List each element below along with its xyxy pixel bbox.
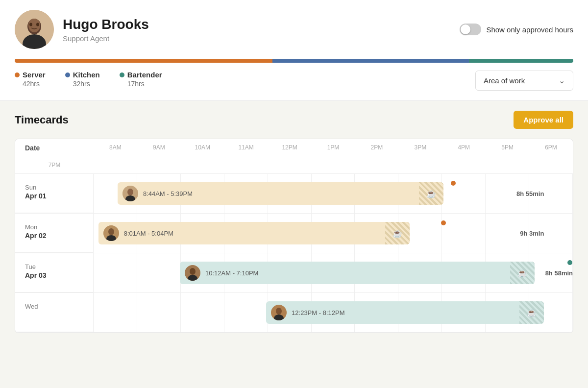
kitchen-dot [65,73,70,77]
time-4pm: 4PM [442,139,486,157]
table-row: Sun Apr 01 [15,174,573,214]
timeline-tue: 10:12AM - 7:10PM ☕ 8h 58min [94,253,573,292]
profile-info: Hugo Brooks Support Agent [63,17,149,43]
approved-hours-toggle[interactable] [460,24,481,35]
shift-bar[interactable]: 10:12AM - 7:10PM ☕ [180,262,535,284]
approve-all-button[interactable]: Approve all [514,111,573,129]
shift-bar[interactable]: 8:44AM - 5:39PM ☕ [118,182,443,205]
day-label: Mon [25,223,83,231]
overtime-dot [441,220,446,225]
stat-server: Server 42hrs [15,71,46,88]
hours-badge: 8h 55min [516,190,544,197]
svg-point-13 [190,268,196,275]
day-label: Sun [25,184,83,191]
profile-left: Hugo Brooks Support Agent [15,10,149,49]
bartender-dot [120,73,124,77]
shift-bar[interactable]: 12:23PM - 8:12PM ☕ [266,301,544,324]
time-labels-row: Date 8AM 9AM 10AM 11AM 12PM 1PM 2PM 3PM … [15,139,573,174]
toggle-section: Show only approved hours [460,24,573,35]
svg-point-7 [127,189,133,195]
time-6pm: 6PM [529,139,573,157]
break-icon: ☕ [519,301,544,324]
date-cell-sun: Sun Apr 01 [15,174,94,213]
timeline-mon: 8:01AM - 5:04PM ☕ 9h 3min [94,214,573,253]
day-label: Tue [25,263,83,270]
timeline-sun: 8:44AM - 5:39PM ☕ 8h 55min [94,174,573,213]
avatar [15,10,54,49]
date-col-header: Date [15,139,94,157]
svg-point-16 [276,308,282,315]
timecards-section: Timecards Approve all Date 8AM 9AM 10AM … [0,101,588,343]
server-bar [15,59,272,63]
time-3pm: 3PM [398,139,442,157]
timecards-title: Timecards [15,114,69,126]
svg-point-4 [29,23,32,26]
table-row: Mon Apr 02 [15,214,573,253]
profile-name: Hugo Brooks [63,17,149,32]
shift-time: 8:01AM - 5:04PM [124,230,173,237]
time-12pm: 12PM [268,139,312,157]
date-label: Apr 03 [25,271,83,279]
time-7pm: 7PM [15,157,94,173]
break-icon: ☕ [510,262,535,284]
shift-avatar [103,225,119,241]
toggle-label: Show only approved hours [486,25,573,34]
stat-bartender: Bartender 17hrs [120,71,162,88]
time-11am: 11AM [224,139,268,157]
server-dot [15,73,20,77]
shift-time: 10:12AM - 7:10PM [205,269,258,277]
kitchen-bar [272,59,469,63]
area-of-work-label: Area of work [484,76,525,85]
hours-badge: 8h 58min [545,269,573,277]
time-9am: 9AM [137,139,181,157]
timecards-header: Timecards Approve all [15,111,573,129]
svg-point-5 [36,23,39,26]
date-cell-wed: Wed [15,293,94,332]
break-icon: ☕ [419,182,443,205]
time-2pm: 2PM [355,139,398,157]
shift-avatar [185,265,200,281]
hours-bar [15,59,573,63]
server-hours: 42hrs [15,80,46,88]
chevron-down-icon: ⌄ [559,76,565,85]
shift-time: 12:23PM - 8:12PM [292,309,344,316]
stat-bartender-label: Bartender [120,71,162,79]
day-label: Wed [25,303,83,310]
hours-badge: 9h 3min [520,230,544,237]
kitchen-hours: 32hrs [65,80,100,88]
profile-header: Hugo Brooks Support Agent Show only appr… [15,10,573,49]
shift-avatar [122,186,138,201]
stats-row: Server 42hrs Kitchen 32hrs Bartender 17h… [15,71,573,91]
date-cell-mon: Mon Apr 02 [15,214,94,253]
stat-server-label: Server [15,71,46,79]
date-cell-tue: Tue Apr 03 [15,253,94,292]
shift-bar[interactable]: 8:01AM - 5:04PM ☕ [98,222,410,244]
break-icon: ☕ [385,222,410,244]
area-of-work-dropdown[interactable]: Area of work ⌄ [475,71,573,91]
date-label: Apr 02 [25,232,83,240]
table-row: Wed [15,293,573,333]
time-1pm: 1PM [312,139,355,157]
profile-role: Support Agent [63,34,149,43]
timeline-wed: 12:23PM - 8:12PM ☕ [94,293,573,332]
calendar-container: Date 8AM 9AM 10AM 11AM 12PM 1PM 2PM 3PM … [15,139,573,333]
date-label: Apr 01 [25,192,83,200]
shift-avatar [271,305,287,320]
bartender-hours: 17hrs [120,80,162,88]
overtime-dot [567,260,572,265]
time-8am: 8AM [94,139,137,157]
stat-kitchen-label: Kitchen [65,71,100,79]
overtime-dot [451,181,456,186]
svg-point-10 [108,228,114,235]
stats-left: Server 42hrs Kitchen 32hrs Bartender 17h… [15,71,162,88]
bartender-bar [469,59,573,63]
time-10am: 10AM [181,139,224,157]
time-5pm: 5PM [486,139,529,157]
table-row: Tue Apr 03 [15,253,573,293]
top-section: Hugo Brooks Support Agent Show only appr… [0,0,588,101]
shift-time: 8:44AM - 5:39PM [143,190,193,197]
stat-kitchen: Kitchen 32hrs [65,71,100,88]
